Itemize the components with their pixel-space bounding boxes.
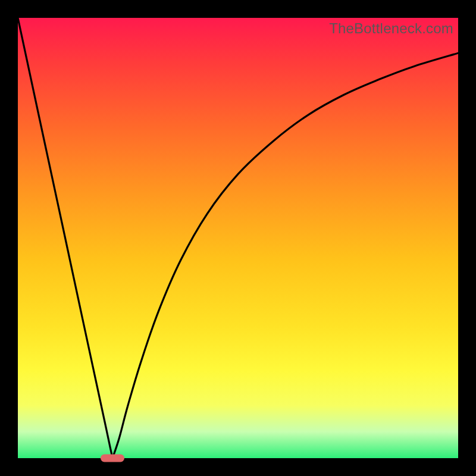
chart-frame: TheBottleneck.com	[0, 0, 476, 476]
curve-left-branch	[18, 18, 112, 458]
minimum-marker	[101, 455, 124, 462]
curve-layer	[18, 18, 458, 458]
curve-right-branch	[112, 53, 458, 458]
plot-area: TheBottleneck.com	[18, 18, 458, 458]
